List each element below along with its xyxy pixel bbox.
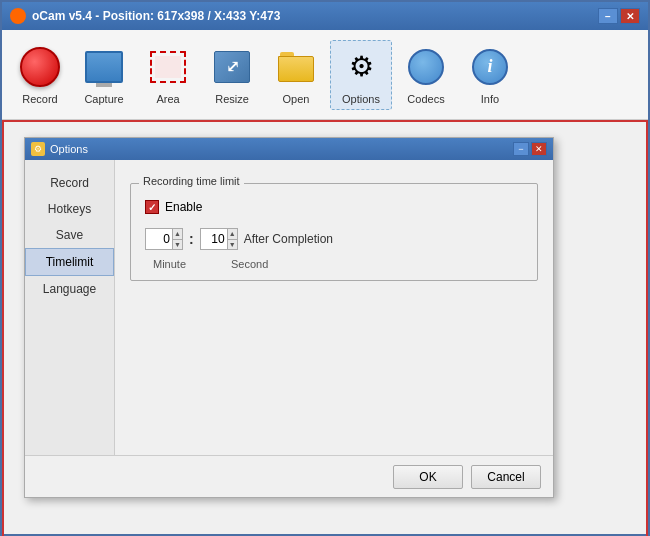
minute-down-button[interactable]: ▼ [173,240,182,250]
dialog-content: Recording time limit Enable ▲ [115,160,553,455]
toolbar-item-options[interactable]: ⚙ Options [330,40,392,110]
open-icon-container [274,45,318,89]
close-button[interactable]: ✕ [620,8,640,24]
title-bar-controls: − ✕ [598,8,640,24]
info-label: Info [481,93,499,105]
second-down-button[interactable]: ▼ [228,240,237,250]
nav-item-record[interactable]: Record [25,170,114,196]
time-colon: : [189,231,194,247]
nav-item-hotkeys[interactable]: Hotkeys [25,196,114,222]
main-content: ⚙ Options − ✕ Record Hotkeys Save Timeli… [2,120,648,536]
ok-button[interactable]: OK [393,465,463,489]
dialog-minimize-button[interactable]: − [513,142,529,156]
minute-spinbox[interactable]: ▲ ▼ [145,228,183,250]
codecs-label: Codecs [407,93,444,105]
toolbar-item-codecs[interactable]: Codecs [396,41,456,109]
window-title: oCam v5.4 - Position: 617x398 / X:433 Y:… [32,9,598,23]
enable-label: Enable [165,200,202,214]
info-icon-container: i [468,45,512,89]
area-icon-container [146,45,190,89]
dialog-body: Record Hotkeys Save Timelimit Language R… [25,160,553,455]
nav-item-save[interactable]: Save [25,222,114,248]
open-label: Open [283,93,310,105]
enable-row: Enable [145,200,523,214]
minute-label: Minute [153,258,203,270]
second-arrows: ▲ ▼ [227,229,237,249]
codecs-icon-container [404,45,448,89]
toolbar-item-open[interactable]: Open [266,41,326,109]
title-bar: oCam v5.4 - Position: 617x398 / X:433 Y:… [2,2,648,30]
minute-input[interactable] [146,229,172,249]
toolbar-item-resize[interactable]: ⤢ Resize [202,41,262,109]
info-icon: i [472,49,508,85]
minute-up-button[interactable]: ▲ [173,229,182,240]
toolbar-item-capture[interactable]: Capture [74,41,134,109]
options-dialog: ⚙ Options − ✕ Record Hotkeys Save Timeli… [24,137,554,498]
second-input[interactable] [201,229,227,249]
toolbar-item-info[interactable]: i Info [460,41,520,109]
app-icon [10,8,26,24]
record-label: Record [22,93,57,105]
second-up-button[interactable]: ▲ [228,229,237,240]
capture-icon-container [82,45,126,89]
dialog-footer: OK Cancel [25,455,553,497]
toolbar-item-record[interactable]: Record [10,41,70,109]
options-icon: ⚙ [343,49,379,85]
recording-time-limit-group: Recording time limit Enable ▲ [130,183,538,281]
toolbar: Record Capture Area ⤢ Resize [2,30,648,120]
main-window: oCam v5.4 - Position: 617x398 / X:433 Y:… [0,0,650,536]
dialog-titlebar: ⚙ Options − ✕ [25,138,553,160]
resize-icon-container: ⤢ [210,45,254,89]
area-label: Area [156,93,179,105]
dialog-nav: Record Hotkeys Save Timelimit Language [25,160,115,455]
dialog-icon: ⚙ [31,142,45,156]
record-icon-container [18,45,62,89]
dialog-title: Options [50,143,513,155]
time-row: ▲ ▼ : ▲ ▼ [145,228,523,250]
minute-arrows: ▲ ▼ [172,229,182,249]
nav-item-timelimit[interactable]: Timelimit [25,248,114,276]
time-labels-row: Minute Second [149,258,523,270]
options-icon-container: ⚙ [339,45,383,89]
group-legend: Recording time limit [139,175,244,187]
minimize-button[interactable]: − [598,8,618,24]
after-completion-label: After Completion [244,232,333,246]
toolbar-item-area[interactable]: Area [138,41,198,109]
resize-label: Resize [215,93,249,105]
nav-item-language[interactable]: Language [25,276,114,302]
enable-checkbox[interactable] [145,200,159,214]
capture-label: Capture [84,93,123,105]
capture-icon [85,51,123,83]
dialog-overlay: ⚙ Options − ✕ Record Hotkeys Save Timeli… [4,122,646,536]
open-icon [278,52,314,82]
second-spinbox[interactable]: ▲ ▼ [200,228,238,250]
area-icon [150,51,186,83]
record-icon [20,47,60,87]
resize-icon: ⤢ [214,51,250,83]
codecs-icon [408,49,444,85]
cancel-button[interactable]: Cancel [471,465,541,489]
options-label: Options [342,93,380,105]
dialog-close-button[interactable]: ✕ [531,142,547,156]
second-label: Second [231,258,281,270]
dialog-title-controls: − ✕ [513,142,547,156]
